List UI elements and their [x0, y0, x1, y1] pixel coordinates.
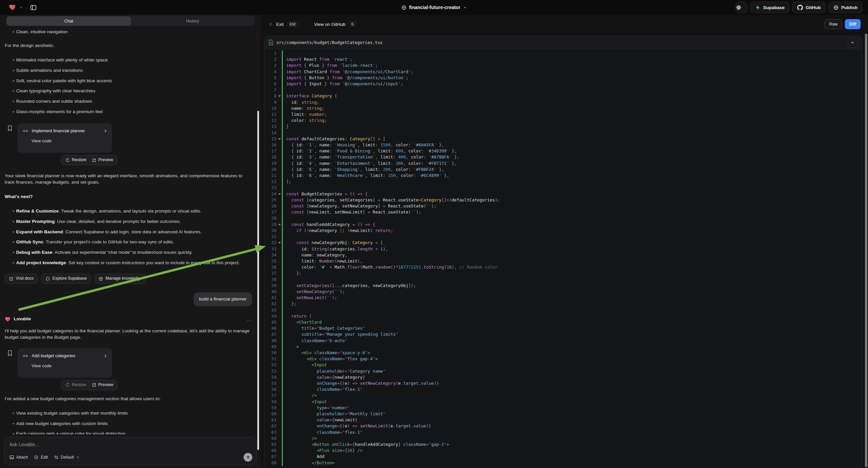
lovable-heart-icon — [5, 317, 11, 322]
code-line: 5import { Button } from '@/components/ui… — [265, 75, 862, 81]
chat-input-box[interactable]: Ask Lovable... Attach Edit Default — [4, 437, 257, 465]
view-on-github-button[interactable]: View on GitHub G — [314, 22, 356, 27]
list-item: GitHub Sync: Transfer your project's cod… — [5, 239, 252, 245]
sliders-icon — [54, 455, 59, 460]
view-on-github-label: View on GitHub — [314, 22, 346, 27]
chevron-up-icon — [850, 40, 855, 45]
chat-input-placeholder: Ask Lovable... — [9, 442, 252, 447]
code-line: 68 </Button> — [265, 460, 862, 466]
manage-knowledge-button[interactable]: Manage knowledge — [94, 273, 146, 284]
code-line: 17 { id: '2', name: 'Food & Dining', lim… — [265, 148, 862, 154]
gear-icon — [736, 5, 742, 10]
list-item: Each category gets a unique color for vi… — [5, 431, 252, 434]
code-line: 30 if (!newCategory || !newLimit) return… — [265, 228, 862, 234]
code-line: 27 const [newLimit, setNewLimit] = React… — [265, 209, 862, 215]
code-line: 40 setNewCategory(''); — [265, 289, 862, 295]
code-line: 23 — [265, 185, 862, 191]
code-line: 61 value={newLimit} — [265, 417, 862, 423]
chevron-right-icon — [103, 129, 107, 133]
edit-card[interactable]: <> Add budget categories View code — [18, 348, 112, 378]
code-line: 14 — [265, 130, 862, 136]
code-line: 16 { id: '1', name: 'Housing', limit: 15… — [265, 142, 862, 148]
restore-label: Restore — [72, 382, 87, 388]
bookmark-icon[interactable] — [7, 350, 12, 356]
package-icon — [99, 276, 103, 281]
suggestion-chips: Visit docs Explore Supabase Manage knowl… — [5, 273, 252, 284]
code-line: 62 onChange={(e) => setNewLimit(e.target… — [265, 423, 862, 429]
exit-button[interactable]: Exit ESC — [269, 22, 299, 27]
code-line: 20 { id: '5', name: 'Shopping', limit: 2… — [265, 167, 862, 173]
file-diff-card: src/components/budget/BudgetCategories.t… — [264, 36, 862, 468]
send-button[interactable] — [244, 453, 252, 462]
top-bar: financial-future-creator Supabase GitHub… — [0, 0, 868, 15]
restore-button[interactable]: Restore — [65, 157, 87, 163]
preview-button[interactable]: Preview — [92, 157, 113, 163]
code-line: 37 }; — [265, 270, 862, 276]
code-line: 46 title="Budget Categories" — [265, 325, 862, 331]
code-line: 39 setCategories([...categories, newCate… — [265, 283, 862, 289]
github-label: GitHub — [806, 5, 821, 10]
publish-label: Publish — [841, 5, 858, 10]
restore-icon — [65, 383, 70, 387]
code-line: 12 color: string; — [265, 117, 862, 123]
sidebar-toggle-icon[interactable] — [30, 4, 37, 11]
app-window: financial-future-creator Supabase GitHub… — [0, 0, 868, 468]
view-code-link[interactable]: View code — [32, 363, 107, 369]
github-icon — [797, 5, 803, 10]
next-steps-list: Refine & Customize: Tweak the design, an… — [5, 208, 252, 266]
visit-docs-button[interactable]: Visit docs — [5, 273, 38, 284]
mode-selector[interactable]: Default — [54, 455, 80, 460]
diff-toggle-button[interactable]: Diff — [845, 19, 861, 29]
visit-docs-label: Visit docs — [16, 275, 34, 282]
target-icon — [34, 455, 39, 460]
code-line: 42 }; — [265, 301, 862, 307]
preview-label: Preview — [98, 157, 113, 163]
raw-toggle-button[interactable]: Raw — [825, 19, 842, 29]
preview-button[interactable]: Preview — [92, 382, 113, 388]
publish-button[interactable]: Publish — [829, 2, 863, 13]
logo-dropdown-chevron-icon[interactable] — [20, 6, 23, 9]
bookmark-icon[interactable] — [7, 125, 12, 131]
edit-card[interactable]: <> Implement financial planner View code — [18, 123, 112, 153]
attach-label: Attach — [16, 455, 28, 460]
code-editor[interactable]: 1 2import React from 'react';3import { P… — [265, 50, 862, 468]
project-selector[interactable]: financial-future-creator — [401, 5, 467, 10]
lovable-logo[interactable] — [9, 4, 16, 11]
chevron-down-icon — [76, 456, 80, 459]
view-code-link[interactable]: View code — [32, 138, 107, 144]
supabase-button[interactable]: Supabase — [750, 2, 789, 13]
code-line: 6import { Input } from '@/components/ui/… — [265, 81, 862, 87]
list-item: Add project knowledge: Set key context o… — [5, 260, 252, 266]
explore-supabase-button[interactable]: Explore Supabase — [41, 273, 91, 284]
restore-button[interactable]: Restore — [65, 382, 87, 388]
code-panel: Exit ESC View on GitHub G Raw Diff src/c… — [261, 15, 868, 468]
code-line: 38 — [265, 276, 862, 283]
list-item: View existing budget categories with the… — [5, 410, 252, 417]
code-line: 22]; — [265, 179, 862, 185]
attach-image-icon — [9, 455, 14, 460]
settings-button[interactable] — [736, 2, 748, 13]
github-button[interactable]: GitHub — [792, 2, 826, 13]
collapse-file-button[interactable] — [847, 38, 858, 48]
file-path: src/components/budget/BudgetCategories.t… — [276, 40, 382, 45]
file-header[interactable]: src/components/budget/BudgetCategories.t… — [265, 36, 862, 49]
assistant-message-header: Lovable ... — [5, 316, 252, 323]
code-line: 50 <div className="space-y-6"> — [265, 350, 862, 356]
edit-mode-button[interactable]: Edit — [34, 455, 48, 460]
tab-history[interactable]: History — [131, 17, 254, 26]
code-line: 28 — [265, 215, 862, 221]
code-line: 18 { id: '3', name: 'Transportation', li… — [265, 154, 862, 160]
tab-chat[interactable]: Chat — [7, 17, 131, 26]
list-item: Debug with Ease: Activate our experiment… — [5, 250, 252, 256]
restore-label: Restore — [72, 157, 87, 163]
code-scrollbar[interactable] — [865, 34, 867, 467]
chat-scrollbar[interactable] — [257, 111, 259, 450]
message-more-button[interactable]: ... — [247, 316, 252, 323]
code-line: 15const defaultCategories: Category[] = … — [265, 136, 862, 142]
list-item: Clean, intuitive navigation — [5, 29, 252, 35]
chat-transcript[interactable]: Clean, intuitive navigation For the desi… — [0, 28, 261, 434]
code-line: 11 limit: number; — [265, 112, 862, 117]
attach-button[interactable]: Attach — [9, 455, 28, 460]
user-message: build a financial planner — [194, 292, 252, 306]
code-line: 21 { id: '6', name: 'Healthcare', limit:… — [265, 173, 862, 179]
